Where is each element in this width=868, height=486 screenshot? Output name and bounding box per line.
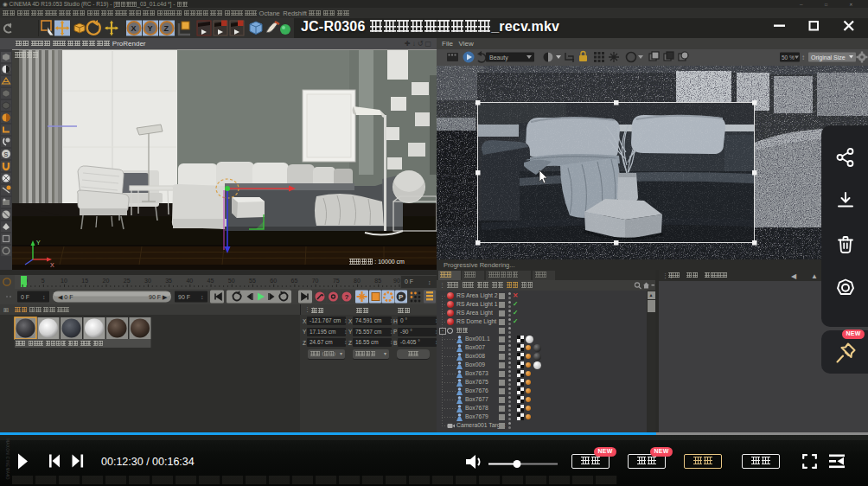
svg-text:0 F: 0 F [405, 278, 413, 285]
svg-text:?: ? [345, 293, 349, 301]
svg-text:90 F: 90 F [178, 294, 190, 300]
svg-text:15: 15 [81, 278, 88, 284]
svg-text:80: 80 [354, 278, 361, 284]
svg-text:↕: ↕ [428, 279, 431, 285]
svg-text:↕: ↕ [201, 294, 204, 300]
svg-text:90 F ▶: 90 F ▶ [149, 294, 168, 300]
svg-text:◀ 0 F: ◀ 0 F [58, 294, 73, 300]
svg-text:0 F: 0 F [21, 294, 29, 300]
svg-text:70: 70 [312, 278, 319, 284]
svg-text:75: 75 [333, 278, 340, 284]
svg-text:65: 65 [291, 278, 298, 284]
svg-text:60: 60 [270, 278, 277, 284]
svg-text:↕: ↕ [42, 294, 46, 300]
svg-text:20: 20 [103, 278, 110, 284]
svg-text:5: 5 [41, 278, 45, 284]
svg-text:85: 85 [374, 278, 381, 284]
svg-text:30: 30 [144, 278, 151, 284]
svg-text:Original Size: Original Size [811, 54, 846, 61]
svg-text:55: 55 [249, 278, 256, 284]
svg-text:Y: Y [36, 240, 41, 246]
svg-text:25: 25 [124, 278, 131, 284]
svg-text:10: 10 [61, 278, 67, 284]
svg-text:X: X [131, 24, 137, 33]
svg-text:Y: Y [148, 24, 153, 33]
svg-text:45: 45 [207, 278, 214, 284]
svg-text:40: 40 [186, 278, 193, 284]
svg-text:35: 35 [165, 278, 172, 284]
svg-text:X: X [50, 262, 54, 268]
svg-text:S: S [4, 151, 9, 157]
svg-text:90: 90 [393, 278, 400, 284]
svg-text:P: P [399, 293, 404, 301]
svg-text:Z: Z [164, 24, 169, 33]
svg-text:↕: ↕ [801, 54, 805, 61]
svg-text:Beauty: Beauty [489, 54, 508, 61]
svg-text:50: 50 [228, 278, 235, 284]
svg-text:50 %: 50 % [782, 54, 795, 61]
